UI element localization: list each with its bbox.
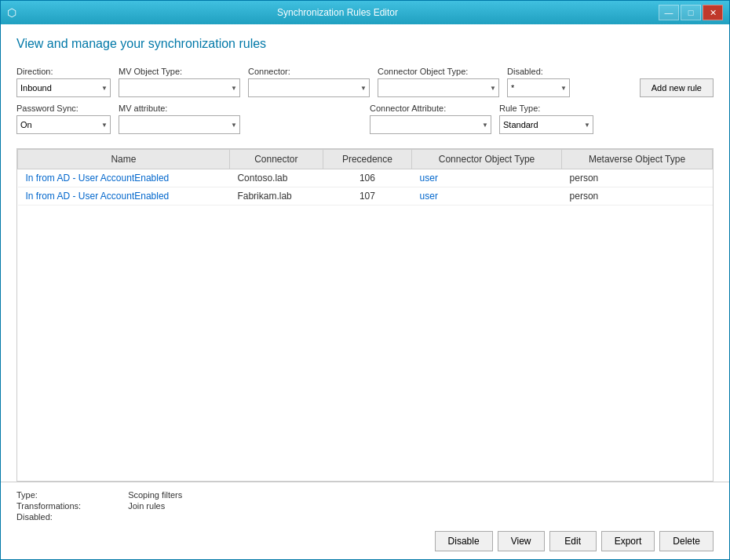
connector-object-type-select-wrapper[interactable]	[378, 78, 499, 97]
close-button[interactable]: ✕	[703, 5, 723, 20]
cell-connector-object-type: user	[412, 169, 562, 187]
password-sync-label: Password Sync:	[16, 104, 111, 113]
window-controls: — □ ✕	[659, 5, 723, 20]
direction-label: Direction:	[16, 67, 111, 76]
maximize-button[interactable]: □	[681, 5, 701, 20]
join-rules-label: Join rules	[128, 501, 182, 511]
mv-attribute-filter-group: MV attribute:	[119, 104, 240, 134]
mv-object-type-label: MV Object Type:	[119, 67, 240, 76]
connector-select-wrapper[interactable]	[248, 78, 370, 97]
password-sync-filter-group: Password Sync: On Off	[16, 104, 111, 134]
disabled-info-label: Disabled:	[16, 512, 81, 522]
disabled-filter-group: Disabled: * Yes No	[507, 67, 570, 97]
bottom-panel: Type: Transformations: Disabled: Scoping…	[1, 482, 729, 559]
disable-button[interactable]: Disable	[435, 531, 493, 551]
title-bar: ⬡ Synchronization Rules Editor — □ ✕	[1, 1, 729, 24]
col-connector: Connector	[229, 150, 323, 169]
minimize-button[interactable]: —	[659, 5, 679, 20]
connector-object-type-label: Connector Object Type:	[378, 67, 499, 76]
connector-filter-group: Connector:	[248, 67, 370, 97]
rules-table: Name Connector Precedence Connector Obje…	[17, 149, 713, 205]
rule-type-select[interactable]: Standard Sticky	[499, 115, 593, 134]
cell-precedence: 106	[323, 169, 411, 187]
cell-name[interactable]: In from AD - User AccountEnabled	[18, 187, 230, 205]
connector-attribute-label: Connector Attribute:	[370, 104, 491, 113]
filter-row-2: Password Sync: On Off MV attribute:	[16, 104, 714, 134]
transformations-label: Transformations:	[16, 501, 81, 511]
col-precedence: Precedence	[323, 150, 411, 169]
direction-select-wrapper[interactable]: Inbound Outbound	[16, 78, 111, 97]
rule-type-label: Rule Type:	[499, 104, 593, 113]
disabled-label: Disabled:	[507, 67, 570, 76]
cell-metaverse-object-type: person	[562, 187, 713, 205]
app-icon: ⬡	[7, 6, 16, 19]
page-header: View and manage your synchronization rul…	[1, 24, 729, 59]
connector-attribute-filter-group: Connector Attribute:	[370, 104, 491, 134]
rule-type-select-wrapper[interactable]: Standard Sticky	[499, 115, 593, 134]
bottom-info-left: Type: Transformations: Disabled:	[16, 490, 81, 522]
view-button[interactable]: View	[498, 531, 545, 551]
edit-button[interactable]: Edit	[549, 531, 597, 551]
rule-type-filter-group: Rule Type: Standard Sticky	[499, 104, 593, 134]
filters-section: Direction: Inbound Outbound MV Object Ty…	[1, 59, 729, 148]
add-new-rule-button[interactable]: Add new rule	[640, 78, 714, 97]
mv-attribute-label: MV attribute:	[119, 104, 240, 113]
col-connector-object-type: Connector Object Type	[412, 150, 562, 169]
type-label: Type:	[16, 490, 81, 500]
cell-connector-object-type: user	[412, 187, 562, 205]
mv-object-type-select[interactable]	[119, 78, 240, 97]
filter-row-1: Direction: Inbound Outbound MV Object Ty…	[16, 67, 714, 97]
table-row[interactable]: In from AD - User AccountEnabled Contoso…	[18, 169, 713, 187]
direction-filter-group: Direction: Inbound Outbound	[16, 67, 111, 97]
bottom-info: Type: Transformations: Disabled: Scoping…	[16, 490, 714, 522]
rules-table-section: Name Connector Precedence Connector Obje…	[16, 148, 714, 482]
export-button[interactable]: Export	[601, 531, 655, 551]
connector-label: Connector:	[248, 67, 370, 76]
cell-name[interactable]: In from AD - User AccountEnabled	[18, 169, 230, 187]
disabled-select[interactable]: * Yes No	[507, 78, 570, 97]
scoping-filters-label: Scoping filters	[128, 490, 182, 500]
connector-select[interactable]	[248, 78, 370, 97]
cell-connector: Fabrikam.lab	[229, 187, 323, 205]
connector-object-type-select[interactable]	[378, 78, 499, 97]
password-sync-select[interactable]: On Off	[16, 115, 111, 134]
connector-attribute-select-wrapper[interactable]	[370, 115, 491, 134]
mv-object-type-select-wrapper[interactable]	[119, 78, 240, 97]
bottom-actions: Disable View Edit Export Delete	[16, 531, 714, 551]
window-title: Synchronization Rules Editor	[16, 7, 659, 18]
cell-precedence: 107	[323, 187, 411, 205]
content-area: View and manage your synchronization rul…	[1, 24, 729, 559]
page-title: View and manage your synchronization rul…	[16, 37, 714, 51]
table-header-row: Name Connector Precedence Connector Obje…	[18, 150, 713, 169]
password-sync-select-wrapper[interactable]: On Off	[16, 115, 111, 134]
bottom-info-right: Scoping filters Join rules	[128, 490, 182, 522]
mv-attribute-select-wrapper[interactable]	[119, 115, 240, 134]
connector-object-type-filter-group: Connector Object Type:	[378, 67, 499, 97]
table-body: In from AD - User AccountEnabled Contoso…	[18, 169, 713, 205]
mv-attribute-select[interactable]	[119, 115, 240, 134]
delete-button[interactable]: Delete	[659, 531, 714, 551]
table-row[interactable]: In from AD - User AccountEnabled Fabrika…	[18, 187, 713, 205]
direction-select[interactable]: Inbound Outbound	[16, 78, 111, 97]
main-window: ⬡ Synchronization Rules Editor — □ ✕ Vie…	[0, 0, 730, 560]
col-name: Name	[18, 150, 230, 169]
cell-connector: Contoso.lab	[229, 169, 323, 187]
col-metaverse-object-type: Metaverse Object Type	[562, 150, 713, 169]
cell-metaverse-object-type: person	[562, 169, 713, 187]
connector-attribute-select[interactable]	[370, 115, 491, 134]
disabled-select-wrapper[interactable]: * Yes No	[507, 78, 570, 97]
mv-object-type-filter-group: MV Object Type:	[119, 67, 240, 97]
